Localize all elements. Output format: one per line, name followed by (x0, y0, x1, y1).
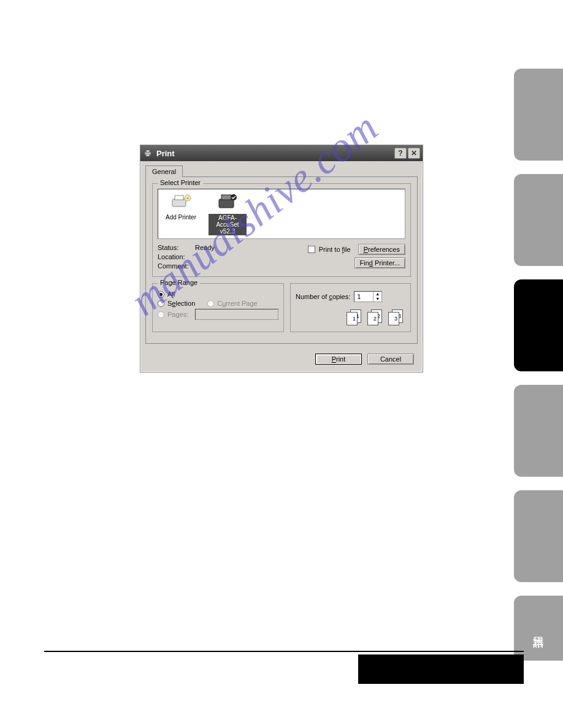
cancel-button[interactable]: Cancel (367, 354, 414, 365)
radio-current-page-label: Current Page (217, 300, 257, 307)
radio-pages (158, 311, 164, 318)
svg-rect-4 (175, 195, 183, 200)
location-label: Location: (158, 253, 193, 260)
side-tab-2 (514, 174, 563, 266)
radio-current-page (207, 300, 214, 307)
print-button[interactable]: Print (315, 354, 362, 365)
two-col: Page Range All Selection Current Page Pa… (152, 283, 411, 338)
comment-label: Comment: (158, 262, 193, 270)
print-to-file-checkbox[interactable] (308, 246, 315, 253)
dialog-buttons: Print Cancel (140, 349, 423, 372)
group-select-printer: Select Printer + Add Printer AGFA-AccuSe… (152, 183, 411, 277)
side-tab-5 (514, 490, 563, 582)
copies-value: 1 (354, 292, 373, 301)
pages-input (195, 309, 278, 320)
footer-rule (44, 651, 524, 652)
copies-spinner[interactable]: 1 ▲ ▼ (354, 291, 382, 302)
radio-selection[interactable] (158, 300, 164, 307)
svg-rect-3 (172, 199, 186, 207)
group-page-range-title: Page Range (158, 279, 200, 286)
collate-page: 3 (388, 312, 399, 325)
help-button[interactable]: ? (394, 148, 407, 159)
side-tab-1 (514, 69, 563, 161)
status-right: Print to file Preferences Find Printer..… (308, 244, 405, 271)
add-printer-item[interactable]: + Add Printer (162, 193, 200, 221)
printer-icon (143, 148, 153, 158)
printer-list[interactable]: + Add Printer AGFA-AccuSet v52.3 (158, 189, 405, 239)
spinner-up-icon[interactable]: ▲ (373, 292, 381, 297)
collate-page: 1 (347, 312, 358, 325)
collate-preview: 1 1 2 2 3 3 (296, 309, 405, 327)
close-button[interactable]: ✕ (408, 148, 420, 159)
side-tab-4 (514, 385, 563, 477)
svg-text:+: + (186, 195, 190, 201)
tab-panel: Select Printer + Add Printer AGFA-AccuSe… (145, 176, 418, 344)
print-dialog: Print ? ✕ General Select Printer + Add P… (140, 145, 423, 373)
status-label: Status: (158, 244, 193, 251)
printer-name-label: AGFA-AccuSet v52.3 (209, 214, 247, 235)
status-value: Ready (195, 244, 215, 251)
tab-row: General (140, 161, 423, 176)
printer-item-selected[interactable]: AGFA-AccuSet v52.3 (209, 193, 247, 235)
print-to-file-label: Print to file (319, 246, 351, 253)
copies-label: Number of copies: (296, 293, 350, 300)
svg-rect-8 (221, 195, 231, 200)
group-page-range: Page Range All Selection Current Page Pa… (152, 283, 284, 332)
radio-pages-label: Pages: (167, 311, 188, 318)
side-tab-3 (514, 279, 563, 371)
radio-selection-label: Selection (167, 300, 195, 307)
svg-rect-2 (146, 154, 150, 156)
status-row: Status: Ready Location: Comment: Print t… (158, 244, 405, 271)
radio-all-label: All (167, 290, 175, 298)
preferences-button[interactable]: Preferences (358, 244, 405, 255)
footer-bar (358, 654, 524, 684)
spinner-down-icon[interactable]: ▼ (373, 297, 381, 301)
radio-all[interactable] (158, 291, 164, 298)
collate-pair-2: 2 2 (367, 309, 385, 327)
collate-page: 2 (367, 312, 378, 325)
add-printer-label: Add Printer (166, 214, 196, 221)
status-left: Status: Ready Location: Comment: (158, 244, 308, 271)
svg-rect-1 (146, 150, 150, 152)
tab-general[interactable]: General (145, 165, 183, 177)
group-select-printer-title: Select Printer (158, 179, 203, 186)
printer-device-icon (216, 193, 239, 211)
dialog-title: Print (156, 149, 175, 158)
collate-pair-1: 1 1 (347, 309, 364, 327)
collate-pair-3: 3 3 (388, 309, 405, 327)
group-copies: Number of copies: 1 ▲ ▼ 1 1 (290, 283, 411, 332)
find-printer-button[interactable]: Find Printer... (354, 257, 405, 268)
svg-rect-7 (219, 199, 234, 208)
side-tabs: 日本語 (514, 69, 563, 661)
spinner-arrows[interactable]: ▲ ▼ (373, 292, 381, 301)
add-printer-icon: + (170, 193, 192, 211)
titlebar[interactable]: Print ? ✕ (140, 145, 423, 161)
